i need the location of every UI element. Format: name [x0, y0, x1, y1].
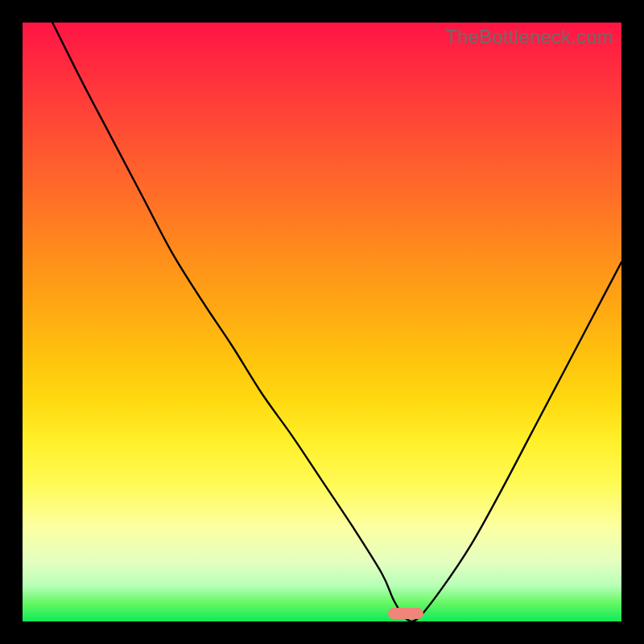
bottleneck-marker [388, 608, 424, 619]
curve-svg [23, 23, 621, 621]
bottleneck-curve [52, 23, 621, 621]
chart-frame: TheBottleneck.com [0, 0, 644, 644]
plot-area: TheBottleneck.com [23, 23, 621, 621]
